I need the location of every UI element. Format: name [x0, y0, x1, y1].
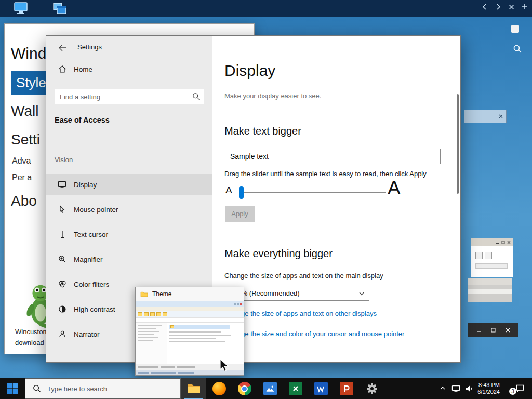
taskbar-firefox[interactable]	[206, 378, 232, 399]
nav-item-wallpaper[interactable]: Wall	[11, 103, 38, 119]
scrollbar-thumb[interactable]	[457, 94, 459, 194]
app-title-partial: Wind	[11, 45, 46, 62]
nav-item-advanced[interactable]: Adva	[12, 156, 31, 166]
taskbar-word[interactable]	[308, 378, 334, 399]
word-icon	[314, 382, 328, 395]
volume-icon[interactable]	[465, 384, 474, 393]
slider-instruction: Drag the slider until the sample text is…	[224, 170, 427, 178]
color-filters-icon	[58, 280, 66, 288]
taskbar-chrome[interactable]	[232, 378, 257, 399]
slider-large-label: A	[388, 177, 401, 199]
file-explorer-icon	[187, 383, 201, 394]
sidebar-item-label: Display	[74, 181, 97, 189]
action-center-icon[interactable]	[515, 383, 525, 393]
apply-button[interactable]: Apply	[225, 206, 255, 222]
taskbar-settings[interactable]	[359, 378, 384, 399]
scale-caption: Change the size of apps and text on the …	[224, 272, 383, 280]
sidebar-item-display[interactable]: Display	[46, 174, 212, 195]
mouse-cursor	[219, 358, 230, 373]
sidebar-item-magnifier[interactable]: Magnifier	[46, 249, 212, 270]
page-title: Display	[224, 62, 275, 79]
nav-item-settings[interactable]: Setti	[11, 131, 40, 148]
network-icon[interactable]	[451, 384, 460, 393]
sidebar-item-label: Text cursor	[74, 231, 108, 238]
window-title: Settings	[77, 43, 102, 51]
magnifier-icon	[58, 255, 66, 263]
sidebar-item-home[interactable]: Home	[58, 65, 92, 73]
settings-main-pane: Display Make your display easier to see.…	[212, 36, 461, 362]
sidebar-item-label: Narrator	[74, 330, 100, 338]
back-button[interactable]	[56, 41, 69, 55]
gear-icon	[366, 382, 378, 395]
taskbar-search-input[interactable]	[46, 384, 163, 393]
fragment-combobox[interactable]	[464, 110, 507, 123]
desktop-screen: Wind Style Wall Setti Adva Per a Abo Win…	[0, 0, 532, 399]
tray-date: 6/1/2024	[477, 389, 500, 395]
home-icon	[58, 65, 66, 73]
search-input[interactable]	[55, 89, 204, 104]
folder-icon	[140, 291, 148, 297]
taskbar-excel[interactable]	[283, 378, 308, 399]
minimize-icon[interactable]	[476, 328, 481, 332]
fragment-search-icon[interactable]	[513, 44, 522, 54]
settings-window: Settings Home Ease of Access Vi	[46, 35, 461, 363]
sidebar-section-heading: Ease of Access	[55, 116, 110, 124]
taskbar-apps	[181, 378, 384, 399]
firefox-icon	[212, 382, 226, 395]
sidebar-item-label: Mouse pointer	[74, 206, 118, 214]
sidebar-item-label: High contrast	[74, 305, 115, 313]
vm-monitor-icon[interactable]	[14, 2, 28, 15]
high-contrast-icon	[58, 305, 66, 313]
text-size-slider-handle[interactable]	[239, 186, 244, 199]
text-size-slider-track[interactable]	[240, 192, 386, 193]
mascot-caption-line1: Wincustom	[15, 328, 48, 336]
nav-item-about[interactable]: Abo	[11, 193, 37, 209]
vm-windows-icon[interactable]	[52, 2, 68, 15]
settings-search	[55, 89, 204, 104]
start-button[interactable]	[0, 378, 25, 399]
close-icon[interactable]	[499, 114, 503, 118]
vm-add-icon[interactable]	[522, 4, 528, 10]
link-cursor-pointer[interactable]: Change the size and color of your cursor…	[225, 330, 404, 338]
display-icon	[58, 180, 66, 189]
minimize-icon[interactable]	[496, 241, 499, 244]
maximize-icon[interactable]	[501, 241, 505, 244]
theme-window-titlebar[interactable]: Theme	[136, 287, 244, 301]
excel-icon	[289, 382, 302, 395]
fragment-dark-titlebar	[468, 323, 518, 337]
narrator-icon	[58, 330, 66, 338]
taskbar-powerpoint[interactable]	[334, 378, 359, 399]
tray-clock[interactable]: 8:43 PM 6/1/2024	[477, 382, 500, 395]
search-icon[interactable]	[192, 92, 200, 100]
vm-back-icon[interactable]	[482, 4, 488, 10]
vm-close-icon[interactable]	[509, 4, 514, 10]
close-icon[interactable]	[507, 241, 511, 244]
sidebar-item-mouse-pointer[interactable]: Mouse pointer	[46, 199, 212, 220]
sidebar-item-text-cursor[interactable]: Text cursor	[46, 224, 212, 245]
maximize-icon[interactable]	[491, 328, 496, 332]
vm-toolbar	[0, 0, 532, 17]
taskbar-file-explorer[interactable]	[181, 378, 206, 399]
photos-icon	[263, 382, 277, 395]
sample-text-box: Sample text	[225, 149, 441, 164]
taskbar-photos[interactable]	[257, 378, 283, 399]
sidebar-home-label: Home	[74, 65, 92, 73]
scale-dropdown[interactable]: 100% (Recommended)	[225, 286, 369, 301]
mouse-pointer-icon	[58, 205, 66, 214]
fragment-gray-panel	[468, 278, 512, 302]
page-subtitle: Make your display easier to see.	[224, 92, 321, 100]
tray-hidden-icons-chevron[interactable]	[439, 384, 446, 392]
vm-forward-icon[interactable]	[495, 4, 501, 10]
sidebar-group-heading: Vision	[55, 156, 73, 164]
taskbar: 8:43 PM 6/1/2024 3	[0, 378, 532, 399]
preview-swatch	[475, 252, 483, 259]
tray-time: 8:43 PM	[477, 382, 500, 389]
chrome-icon	[238, 382, 251, 395]
preview-bar	[475, 263, 508, 269]
nav-item-per-app[interactable]: Per a	[12, 173, 32, 182]
preview-swatch	[485, 252, 492, 259]
theme-window-title: Theme	[152, 290, 171, 298]
taskbar-search[interactable]	[25, 378, 181, 399]
link-other-displays[interactable]: Change the size of apps and text on othe…	[225, 310, 377, 317]
close-icon[interactable]	[506, 328, 510, 332]
